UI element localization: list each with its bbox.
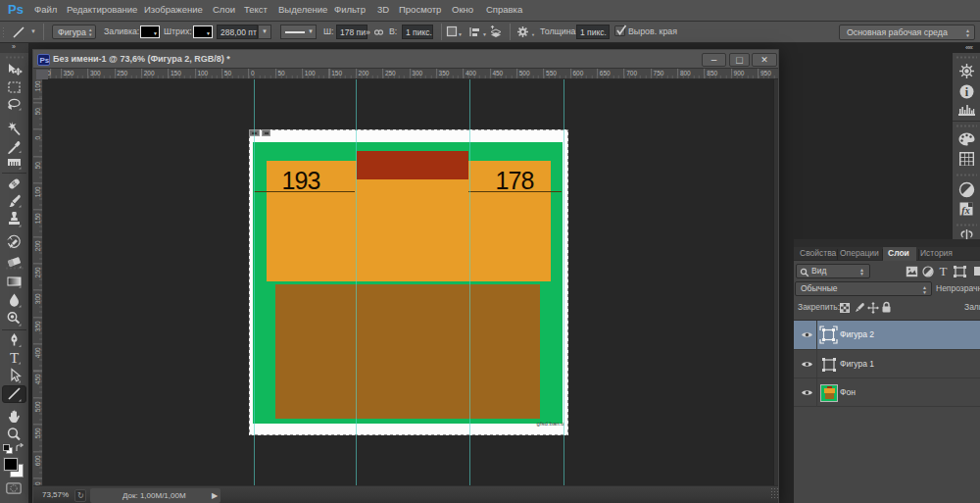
svg-text:T: T [940, 265, 948, 277]
svg-text:T: T [10, 350, 19, 365]
svg-text:fx: fx [961, 205, 969, 216]
